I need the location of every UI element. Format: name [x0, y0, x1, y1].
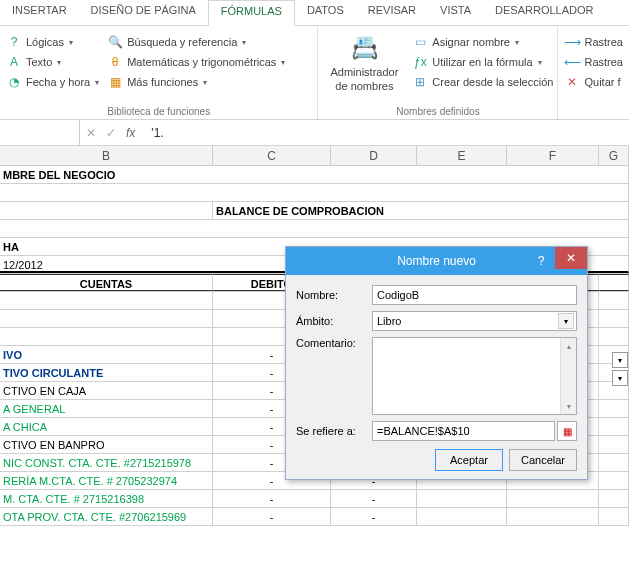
enter-check-icon[interactable]: ✓ — [106, 126, 116, 140]
fx-icon[interactable]: fx — [126, 126, 135, 140]
formula-bar: ✕ ✓ fx '1. — [0, 120, 629, 146]
crear-label: Crear desde la selección — [432, 76, 553, 88]
group-biblioteca-label: Biblioteca de funciones — [6, 104, 311, 117]
trace-prec-icon: ⟶ — [564, 34, 580, 50]
dialog-title: Nombre nuevo — [397, 254, 476, 268]
utilizar-formula-button[interactable]: ƒx Utilizar en la fórmula▾ — [412, 54, 553, 70]
range-picker-button[interactable]: ▦ — [557, 421, 577, 441]
comentario-textarea[interactable]: ▴ ▾ — [372, 337, 577, 415]
clock-icon: ◔ — [6, 74, 22, 90]
refiere-label: Se refiere a: — [296, 425, 372, 437]
column-headers: B C D E F G — [0, 146, 629, 166]
texto-label: Texto — [26, 56, 52, 68]
name-box[interactable] — [0, 120, 80, 145]
logicas-button[interactable]: ? Lógicas▾ — [6, 34, 99, 50]
header-cuentas[interactable]: CUENTAS — [0, 274, 213, 291]
texto-button[interactable]: A Texto▾ — [6, 54, 99, 70]
tab-revisar[interactable]: REVISAR — [356, 0, 428, 25]
dialog-close-button[interactable]: ✕ — [555, 247, 587, 269]
mate-button[interactable]: θ Matemáticas y trigonométricas▾ — [107, 54, 285, 70]
administrador-nombres-button[interactable]: 📇 Administrador de nombres — [324, 30, 404, 104]
mate-label: Matemáticas y trigonométricas — [127, 56, 276, 68]
chevron-down-icon: ▾ — [558, 313, 574, 329]
row-banpro[interactable]: CTIVO EN BANPRO — [0, 436, 213, 453]
tab-diseno[interactable]: DISEÑO DE PÁGINA — [79, 0, 208, 25]
busqueda-button[interactable]: 🔍 Búsqueda y referencia▾ — [107, 34, 285, 50]
cell-empty[interactable] — [0, 220, 629, 237]
textarea-scrollbar[interactable]: ▴ ▾ — [560, 338, 576, 414]
asignar-label: Asignar nombre — [432, 36, 510, 48]
theta-icon: θ — [107, 54, 123, 70]
filter-dropdown-2[interactable]: ▾ — [612, 370, 628, 386]
masfunc-label: Más funciones — [127, 76, 198, 88]
crear-seleccion-button[interactable]: ⊞ Crear desde la selección — [412, 74, 553, 90]
cell-nombre-negocio[interactable]: MBRE DEL NEGOCIO — [0, 166, 629, 183]
tab-datos[interactable]: DATOS — [295, 0, 356, 25]
utilizar-label: Utilizar en la fórmula — [432, 56, 532, 68]
filter-dropdown-1[interactable]: ▾ — [612, 352, 628, 368]
remove-arrows-icon: ✕ — [564, 74, 580, 90]
rastrea1-label: Rastrea — [584, 36, 623, 48]
create-selection-icon: ⊞ — [412, 74, 428, 90]
trace-dep-icon: ⟵ — [564, 54, 580, 70]
refiere-input[interactable] — [372, 421, 555, 441]
admin-bot: de nombres — [335, 80, 393, 92]
col-c[interactable]: C — [213, 146, 331, 165]
row-caja[interactable]: CTIVO EN CAJA — [0, 382, 213, 399]
ambito-select[interactable]: Libro ▾ — [372, 311, 577, 331]
col-e[interactable]: E — [417, 146, 507, 165]
row-ivo[interactable]: IVO — [0, 346, 213, 363]
dialog-titlebar[interactable]: Nombre nuevo ? ✕ — [286, 247, 587, 275]
cell[interactable] — [0, 202, 213, 219]
row-general[interactable]: A GENERAL — [0, 400, 213, 417]
rastrear-dependientes-button[interactable]: ⟵ Rastrea — [564, 54, 623, 70]
define-name-icon: ▭ — [412, 34, 428, 50]
col-d[interactable]: D — [331, 146, 417, 165]
formula-input[interactable]: '1. — [141, 126, 173, 140]
row-chica[interactable]: A CHICA — [0, 418, 213, 435]
tab-vista[interactable]: VISTA — [428, 0, 483, 25]
scroll-up-icon[interactable]: ▴ — [561, 338, 576, 354]
more-icon: ▦ — [107, 74, 123, 90]
asignar-nombre-button[interactable]: ▭ Asignar nombre▾ — [412, 34, 553, 50]
cancelar-button[interactable]: Cancelar — [509, 449, 577, 471]
cancel-x-icon[interactable]: ✕ — [86, 126, 96, 140]
comentario-label: Comentario: — [296, 337, 372, 349]
ambito-label: Ámbito: — [296, 315, 372, 327]
tab-formulas[interactable]: FÓRMULAS — [208, 0, 295, 26]
nombre-input[interactable] — [372, 285, 577, 305]
dialog-help-button[interactable]: ? — [527, 247, 555, 275]
admin-top: Administrador — [330, 66, 398, 78]
row-mcta[interactable]: M. CTA. CTE. # 2715216398 — [0, 490, 213, 507]
masfunc-button[interactable]: ▦ Más funciones▾ — [107, 74, 285, 90]
cell-empty[interactable] — [0, 184, 629, 201]
logic-icon: ? — [6, 34, 22, 50]
name-manager-icon: 📇 — [348, 32, 380, 64]
fecha-label: Fecha y hora — [26, 76, 90, 88]
col-b[interactable]: B — [0, 146, 213, 165]
fecha-button[interactable]: ◔ Fecha y hora▾ — [6, 74, 99, 90]
text-icon: A — [6, 54, 22, 70]
nombre-nuevo-dialog: Nombre nuevo ? ✕ Nombre: Ámbito: Libro ▾… — [285, 246, 588, 480]
quitar-flechas-button[interactable]: ✕ Quitar f — [564, 74, 623, 90]
row-reria[interactable]: RERÍA M.CTA. CTE. # 2705232974 — [0, 472, 213, 489]
row-nic[interactable]: NIC CONST. CTA. CTE. #2715215978 — [0, 454, 213, 471]
tab-insertar[interactable]: INSERTAR — [0, 0, 79, 25]
cell-balance-title[interactable]: BALANCE DE COMPROBACION — [213, 202, 629, 219]
logicas-label: Lógicas — [26, 36, 64, 48]
rastrear-precedentes-button[interactable]: ⟶ Rastrea — [564, 34, 623, 50]
group-nombres-label: Nombres definidos — [324, 104, 551, 117]
quitar-label: Quitar f — [584, 76, 620, 88]
ambito-value: Libro — [377, 315, 401, 327]
rastrea2-label: Rastrea — [584, 56, 623, 68]
ribbon: ? Lógicas▾ A Texto▾ ◔ Fecha y hora▾ 🔍 Bú… — [0, 26, 629, 120]
col-g[interactable]: G — [599, 146, 629, 165]
busqueda-label: Búsqueda y referencia — [127, 36, 237, 48]
scroll-down-icon[interactable]: ▾ — [561, 398, 576, 414]
row-ota[interactable]: OTA PROV. CTA. CTE. #2706215969 — [0, 508, 213, 525]
ribbon-tabs: INSERTAR DISEÑO DE PÁGINA FÓRMULAS DATOS… — [0, 0, 629, 26]
aceptar-button[interactable]: Aceptar — [435, 449, 503, 471]
row-tivo-circ[interactable]: TIVO CIRCULANTE — [0, 364, 213, 381]
tab-desarrollador[interactable]: DESARROLLADOR — [483, 0, 605, 25]
col-f[interactable]: F — [507, 146, 599, 165]
